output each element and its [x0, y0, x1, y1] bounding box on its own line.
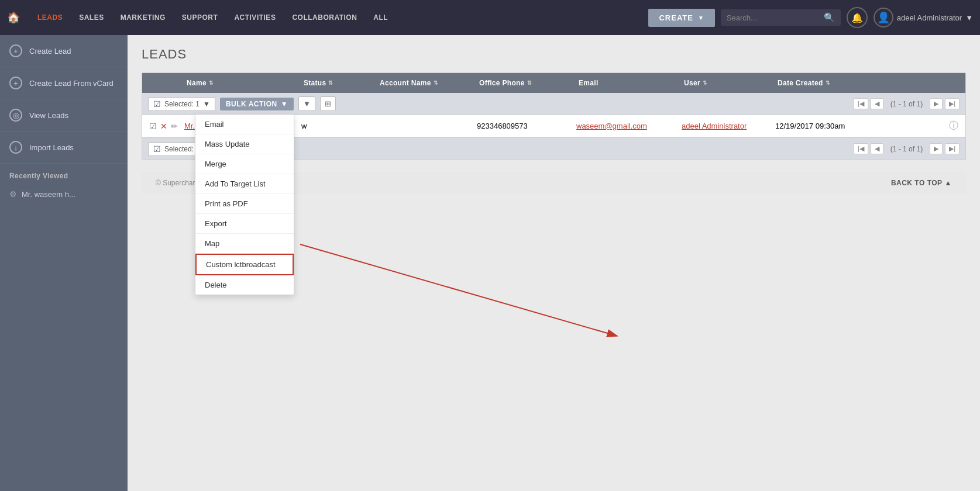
create-dropdown-arrow: ▼: [698, 15, 704, 21]
checkbox-icon-bottom: ☑: [153, 144, 161, 154]
page-title: LEADS: [142, 47, 966, 62]
date-sort-icon: ⇅: [826, 80, 830, 86]
nav-leads[interactable]: LEADS: [30, 9, 70, 26]
col-header-date[interactable]: Date Created ⇅: [778, 79, 958, 87]
lead-email-link[interactable]: waseem@gmail.com: [576, 122, 647, 130]
pagination-top: |◀ ◀ (1 - 1 of 1) ▶ ▶|: [854, 98, 960, 109]
account-sort-icon: ⇅: [434, 80, 438, 86]
user-sort-icon: ⇅: [703, 80, 707, 86]
recently-viewed-item-icon: ⚙: [9, 189, 17, 199]
back-to-top-button[interactable]: BACK TO TOP ▲: [891, 179, 952, 187]
nav-support[interactable]: SUPPORT: [175, 9, 225, 26]
notifications-button[interactable]: 🔔: [847, 7, 868, 28]
sidebar: + Create Lead + Create Lead From vCard ◎…: [0, 35, 128, 491]
user-avatar: 👤: [874, 8, 893, 27]
col-header-phone[interactable]: Office Phone ⇅: [479, 79, 579, 87]
sidebar-item-view-leads[interactable]: ◎ View Leads: [0, 99, 128, 132]
phone-sort-icon: ⇅: [527, 80, 532, 86]
prev-page-button-bottom[interactable]: ◀: [871, 143, 883, 154]
last-page-button-bottom[interactable]: ▶|: [945, 143, 960, 154]
topnav-right: CREATE ▼ 🔍 🔔 👤 adeel Administrator ▼: [648, 7, 973, 28]
dropdown-item-email[interactable]: Email: [195, 115, 294, 134]
col-header-account[interactable]: Account Name ⇅: [380, 79, 479, 87]
last-page-button[interactable]: ▶|: [945, 98, 960, 109]
user-menu[interactable]: 👤 adeel Administrator ▼: [874, 8, 973, 27]
col-header-email: Email: [579, 79, 684, 87]
create-lead-vcard-label: Create Lead From vCard: [29, 79, 114, 88]
row-phone: 923346809573: [477, 122, 576, 130]
svg-line-1: [300, 244, 607, 333]
filter-button[interactable]: ▼: [298, 96, 315, 111]
row-date: 12/19/2017 09:30am ⓘ: [775, 120, 958, 132]
top-navigation: 🏠 LEADS SALES MARKETING SUPPORT ACTIVITI…: [0, 0, 980, 35]
search-input[interactable]: [727, 13, 820, 22]
view-leads-label: View Leads: [29, 111, 68, 120]
next-page-button[interactable]: ▶: [930, 98, 943, 109]
search-icon[interactable]: 🔍: [824, 12, 835, 23]
recently-viewed-title: Recently Viewed: [9, 172, 118, 180]
nav-marketing[interactable]: MARKETING: [114, 9, 173, 26]
dropdown-item-map[interactable]: Map: [195, 234, 294, 254]
col-header-name[interactable]: Name ⇅: [187, 79, 304, 87]
next-page-button-bottom[interactable]: ▶: [930, 143, 943, 154]
view-leads-icon: ◎: [9, 109, 22, 122]
first-page-button-bottom[interactable]: |◀: [854, 143, 868, 154]
nav-activities[interactable]: ACTIVITIES: [227, 9, 283, 26]
create-button[interactable]: CREATE ▼: [648, 9, 714, 27]
bulk-action-dropdown: Email Mass Update Merge Add To Target Li…: [195, 114, 294, 295]
row-delete-icon[interactable]: ✕: [160, 122, 167, 131]
page-info-bottom: (1 - 1 of 1): [886, 144, 927, 154]
nav-items: LEADS SALES MARKETING SUPPORT ACTIVITIES…: [30, 9, 648, 26]
col-header-user[interactable]: User ⇅: [684, 79, 778, 87]
import-leads-label: Import Leads: [29, 143, 74, 152]
create-lead-icon: +: [9, 44, 22, 57]
user-label: adeel Administrator: [897, 13, 962, 22]
columns-button[interactable]: ⊞: [320, 96, 336, 111]
user-dropdown-arrow: ▼: [965, 13, 973, 22]
import-leads-icon: ↓: [9, 141, 22, 154]
row-user: adeel Administrator: [682, 122, 775, 130]
recently-viewed-item[interactable]: ⚙ Mr. waseem h...: [9, 186, 118, 202]
first-page-button[interactable]: |◀: [854, 98, 868, 109]
col-header-status[interactable]: Status ⇅: [304, 79, 380, 87]
bulk-action-button[interactable]: BULK ACTION ▼: [220, 98, 294, 110]
create-lead-vcard-icon: +: [9, 77, 22, 89]
row-email: waseem@gmail.com: [576, 122, 682, 130]
row-status: w: [301, 122, 377, 130]
main-layout: + Create Lead + Create Lead From vCard ◎…: [0, 35, 980, 491]
recently-viewed-section: Recently Viewed ⚙ Mr. waseem h...: [0, 164, 128, 206]
checkbox-icon: ☑: [153, 99, 161, 109]
toolbar-row-top: ☑ Selected: 1 ▼ BULK ACTION ▼ ▼ ⊞ Email …: [142, 93, 965, 115]
row-edit-icon[interactable]: ✏: [171, 122, 178, 131]
lead-user-link[interactable]: adeel Administrator: [682, 122, 747, 130]
nav-collaboration[interactable]: COLLABORATION: [285, 9, 364, 26]
selected-dropdown-arrow: ▼: [203, 100, 210, 108]
dropdown-item-mass-update[interactable]: Mass Update: [195, 134, 294, 154]
dropdown-item-export[interactable]: Export: [195, 214, 294, 234]
dropdown-item-add-target[interactable]: Add To Target List: [195, 174, 294, 194]
nav-all[interactable]: ALL: [366, 9, 395, 26]
dropdown-item-print-pdf[interactable]: Print as PDF: [195, 194, 294, 214]
row-checkbox[interactable]: ☑: [149, 122, 157, 131]
table-header: Name ⇅ Status ⇅ Account Name ⇅ Office Ph…: [142, 73, 965, 93]
sidebar-item-create-lead[interactable]: + Create Lead: [0, 35, 128, 67]
pagination-bottom: |◀ ◀ (1 - 1 of 1) ▶ ▶|: [854, 143, 960, 154]
sidebar-item-create-lead-vcard[interactable]: + Create Lead From vCard: [0, 67, 128, 99]
recently-viewed-item-label: Mr. waseem h...: [22, 190, 75, 199]
row-actions: ☑ ✕ ✏: [149, 122, 184, 131]
nav-sales[interactable]: SALES: [72, 9, 111, 26]
dropdown-item-merge[interactable]: Merge: [195, 154, 294, 174]
search-box: 🔍: [721, 9, 841, 26]
dropdown-item-custom-lctbroadcast[interactable]: Custom lctbroadcast: [195, 254, 294, 275]
status-sort-icon: ⇅: [328, 80, 333, 86]
create-lead-label: Create Lead: [29, 47, 71, 56]
prev-page-button[interactable]: ◀: [871, 98, 883, 109]
bulk-action-arrow: ▼: [281, 100, 288, 108]
home-icon[interactable]: 🏠: [7, 11, 20, 24]
row-info-icon[interactable]: ⓘ: [949, 120, 958, 132]
back-to-top-arrow: ▲: [945, 179, 952, 187]
selected-badge[interactable]: ☑ Selected: 1 ▼: [148, 97, 215, 111]
sidebar-item-import-leads[interactable]: ↓ Import Leads: [0, 132, 128, 164]
main-content: LEADS Name ⇅ Status ⇅ Account Name ⇅: [128, 35, 980, 491]
dropdown-item-delete[interactable]: Delete: [195, 275, 294, 295]
